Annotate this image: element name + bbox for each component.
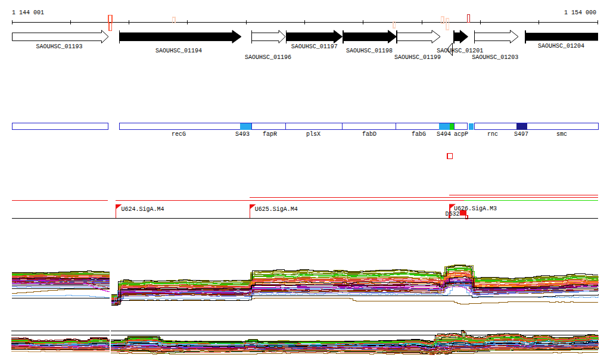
- svg-text:S493: S493: [235, 131, 250, 138]
- svg-text:U625.SigA.M4: U625.SigA.M4: [255, 206, 298, 213]
- svg-text:SAOUHSC_01199: SAOUHSC_01199: [394, 54, 441, 61]
- svg-text:SAOUHSC_01204: SAOUHSC_01204: [538, 43, 584, 49]
- svg-text:1 144 001: 1 144 001: [12, 10, 44, 16]
- svg-text:SAOUHSC_01194: SAOUHSC_01194: [155, 48, 202, 54]
- svg-text:SAOUHSC_01203: SAOUHSC_01203: [472, 54, 518, 61]
- svg-text:plsX: plsX: [306, 131, 320, 138]
- svg-text:SAOUHSC_01196: SAOUHSC_01196: [245, 54, 291, 61]
- svg-text:acpP: acpP: [454, 131, 468, 138]
- svg-text:recG: recG: [172, 131, 186, 138]
- svg-text:SAOUHSC_01193: SAOUHSC_01193: [36, 43, 82, 50]
- svg-text:fabD: fabD: [362, 131, 376, 138]
- svg-text:SAOUHSC_01201: SAOUHSC_01201: [437, 48, 483, 54]
- svg-text:U624.SigA.M4: U624.SigA.M4: [122, 206, 164, 213]
- svg-text:fapR: fapR: [263, 131, 277, 138]
- svg-text:S497: S497: [514, 131, 528, 138]
- svg-text:1 154 000: 1 154 000: [564, 10, 596, 16]
- svg-text:smc: smc: [556, 131, 567, 138]
- svg-text:rnc: rnc: [487, 131, 498, 138]
- svg-text:SAOUHSC_01198: SAOUHSC_01198: [346, 48, 393, 54]
- svg-text:U626.SigA.M3: U626.SigA.M3: [454, 206, 497, 212]
- svg-text:D532: D532: [446, 211, 460, 217]
- svg-text:S494: S494: [437, 131, 451, 138]
- svg-text:fabG: fabG: [412, 131, 426, 138]
- svg-text:SAOUHSC_01197: SAOUHSC_01197: [291, 43, 338, 50]
